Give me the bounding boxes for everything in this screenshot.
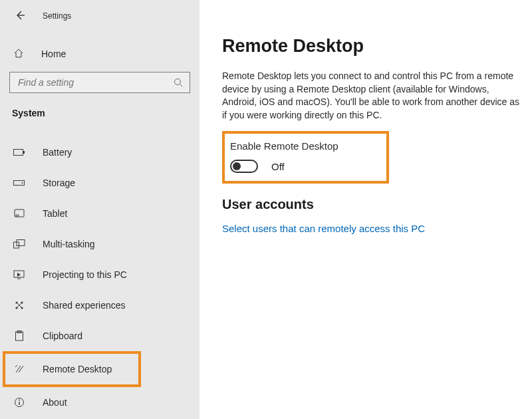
category-heading: System <box>12 108 194 118</box>
sidebar-item-label: About <box>43 397 67 408</box>
svg-point-19 <box>19 400 20 401</box>
page-description: Remote Desktop lets you connect to and c… <box>222 70 520 122</box>
sidebar-item-shared-experiences[interactable]: Shared experiences <box>5 290 194 321</box>
sidebar-item-label: Battery <box>43 147 72 158</box>
annotation-highlight-toggle: Enable Remote Desktop Off <box>222 131 389 184</box>
enable-remote-desktop-toggle[interactable] <box>230 160 258 173</box>
sidebar-item-label: Projecting to this PC <box>43 269 127 280</box>
tablet-icon <box>13 208 25 219</box>
svg-rect-3 <box>23 151 25 154</box>
sidebar-item-label: Clipboard <box>43 331 82 341</box>
sidebar-item-label: Tablet <box>43 208 67 219</box>
arrow-left-icon <box>15 10 25 23</box>
search-input-box[interactable] <box>9 72 190 93</box>
svg-line-1 <box>180 84 183 87</box>
home-icon <box>13 48 24 61</box>
sidebar-item-remote-desktop[interactable]: Remote Desktop <box>5 354 138 384</box>
projecting-icon <box>13 269 25 281</box>
search-input[interactable] <box>17 76 174 88</box>
svg-rect-2 <box>14 150 23 156</box>
annotation-highlight-sidebar: Remote Desktop <box>3 351 141 387</box>
sidebar-item-label: Home <box>41 49 66 59</box>
sidebar-item-tablet[interactable]: Tablet <box>5 198 194 229</box>
sidebar-item-battery[interactable]: Battery <box>5 137 194 168</box>
sidebar-item-storage[interactable]: Storage <box>5 168 194 198</box>
section-heading: User accounts <box>222 197 520 212</box>
svg-rect-9 <box>17 240 25 246</box>
toggle-knob-icon <box>233 162 241 170</box>
select-users-link[interactable]: Select users that can remotely access th… <box>222 223 520 234</box>
toggle-label: Enable Remote Desktop <box>230 140 338 152</box>
sidebar-item-label: Multi-tasking <box>43 239 95 249</box>
toggle-state: Off <box>271 161 285 172</box>
sidebar-item-projecting[interactable]: Projecting to this PC <box>5 259 194 290</box>
settings-sidebar: Settings Home System Battery <box>0 0 200 419</box>
remote-desktop-icon <box>13 363 25 375</box>
back-button[interactable] <box>13 9 27 23</box>
content-panel: Remote Desktop Remote Desktop lets you c… <box>200 0 532 419</box>
page-title: Remote Desktop <box>222 36 520 57</box>
multitasking-icon <box>13 238 25 250</box>
shared-experiences-icon <box>13 299 25 311</box>
svg-rect-7 <box>16 215 19 216</box>
sidebar-item-clipboard[interactable]: Clipboard <box>5 321 194 351</box>
clipboard-icon <box>13 330 25 342</box>
svg-point-0 <box>175 79 181 85</box>
sidebar-item-label: Remote Desktop <box>43 364 112 374</box>
about-icon <box>13 396 25 408</box>
sidebar-item-multitasking[interactable]: Multi-tasking <box>5 229 194 259</box>
sidebar-item-home[interactable]: Home <box>5 41 194 67</box>
sidebar-item-label: Storage <box>43 178 75 188</box>
battery-icon <box>13 146 25 158</box>
window-title: Settings <box>43 11 71 21</box>
storage-icon <box>13 177 25 189</box>
svg-point-5 <box>22 182 23 184</box>
search-icon <box>174 78 183 87</box>
sidebar-item-label: Shared experiences <box>43 300 126 311</box>
sidebar-item-about[interactable]: About <box>5 387 194 418</box>
